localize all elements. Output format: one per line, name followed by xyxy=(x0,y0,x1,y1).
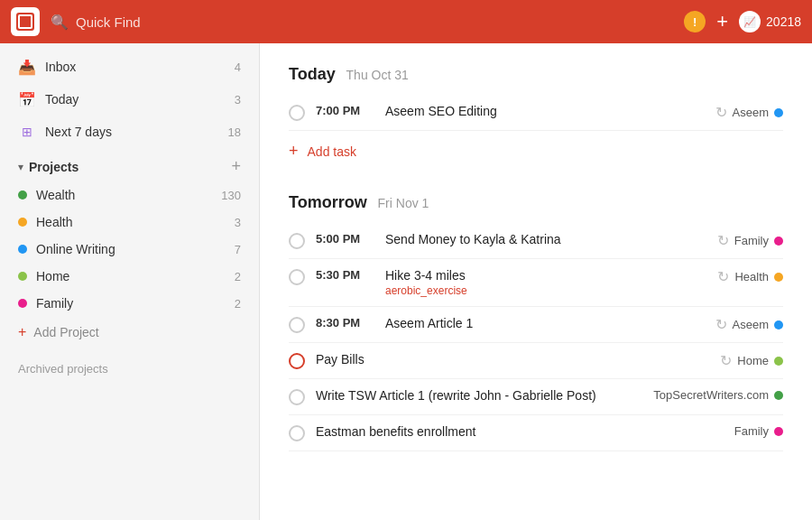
sidebar-project-health[interactable]: Health 3 xyxy=(0,209,259,236)
task-sub: aerobic_exercise xyxy=(385,284,706,297)
task-meta: ↻ Health xyxy=(717,268,783,285)
task-name: Aseem Article 1 xyxy=(385,316,705,330)
sidebar-project-online-writing[interactable]: Online Writing 7 xyxy=(0,236,259,263)
user-info[interactable]: 📈 20218 xyxy=(739,11,801,32)
projects-chevron-icon[interactable]: ▾ xyxy=(18,161,23,173)
project-list: Wealth 130 Health 3 Online Writing 7 Hom… xyxy=(0,181,259,317)
project-dot-wealth xyxy=(18,190,27,200)
sidebar-item-inbox[interactable]: 📥 Inbox 4 xyxy=(0,51,259,83)
task-meta: ↻ Aseem xyxy=(715,104,783,121)
task-meta: ↻ Home xyxy=(720,352,783,369)
project-name-family: Family xyxy=(36,296,226,311)
repeat-icon: ↻ xyxy=(717,268,729,285)
project-name-wealth: Wealth xyxy=(36,188,212,202)
today-count: 3 xyxy=(235,93,241,107)
logo-inner xyxy=(16,13,34,31)
task-checkbox[interactable] xyxy=(289,317,305,333)
task-assignee: TopSecretWriters.com xyxy=(653,388,769,402)
app-header: 🔍 Quick Find ! + 📈 20218 xyxy=(0,0,812,43)
task-meta: Family xyxy=(734,424,783,438)
projects-title: Projects xyxy=(29,160,226,174)
search-placeholder-text: Quick Find xyxy=(76,14,141,30)
task-name: Send Money to Kayla & Katrina xyxy=(385,232,706,246)
project-dot-family xyxy=(18,299,27,308)
project-name-health: Health xyxy=(36,215,226,229)
task-checkbox[interactable] xyxy=(289,233,305,249)
today-task-list: 7:00 PM Aseem SEO Editing ↻ Aseem xyxy=(289,95,783,131)
project-count-health: 3 xyxy=(235,216,241,229)
inbox-count: 4 xyxy=(235,60,241,74)
task-time: 8:30 PM xyxy=(316,316,374,330)
today-icon: 📅 xyxy=(18,90,36,108)
task-dot xyxy=(774,320,783,330)
task-row: Pay Bills ↻ Home xyxy=(289,343,783,379)
task-checkbox[interactable] xyxy=(289,389,305,405)
content-area: Today Thu Oct 31 7:00 PM Aseem SEO Editi… xyxy=(260,43,812,520)
task-checkbox[interactable] xyxy=(289,269,305,285)
task-body: Pay Bills xyxy=(316,352,709,367)
tomorrow-task-list: 5:00 PM Send Money to Kayla & Katrina ↻ … xyxy=(289,223,783,451)
task-checkbox[interactable] xyxy=(289,105,305,121)
task-row: 7:00 PM Aseem SEO Editing ↻ Aseem xyxy=(289,95,783,131)
app-logo xyxy=(11,7,40,36)
inbox-label: Inbox xyxy=(45,60,226,74)
task-body: Aseem Article 1 xyxy=(385,316,705,330)
task-checkbox[interactable] xyxy=(289,353,305,369)
task-body: Send Money to Kayla & Katrina xyxy=(385,232,706,246)
project-name-online-writing: Online Writing xyxy=(36,242,226,256)
task-name: Hike 3-4 miles xyxy=(385,268,706,283)
task-assignee: Aseem xyxy=(733,318,769,331)
inbox-icon: 📥 xyxy=(18,58,36,76)
task-time: 5:30 PM xyxy=(316,268,374,282)
project-name-home: Home xyxy=(36,269,226,283)
project-count-online-writing: 7 xyxy=(235,243,241,256)
task-body: Hike 3-4 miles aerobic_exercise xyxy=(385,268,706,297)
task-assignee: Health xyxy=(734,270,769,283)
sidebar: 📥 Inbox 4 📅 Today 3 ⊞ Next 7 days 18 ▾ P… xyxy=(0,43,260,520)
projects-section-header: ▾ Projects + xyxy=(0,148,259,181)
next7-label: Next 7 days xyxy=(45,125,219,139)
task-body: Aseem SEO Editing xyxy=(385,104,705,118)
task-time: 5:00 PM xyxy=(316,232,374,246)
task-row: 8:30 PM Aseem Article 1 ↻ Aseem xyxy=(289,307,783,343)
sidebar-project-home[interactable]: Home 2 xyxy=(0,263,259,290)
sidebar-project-wealth[interactable]: Wealth 130 xyxy=(0,181,259,209)
repeat-icon: ↻ xyxy=(715,316,727,333)
next7-count: 18 xyxy=(228,125,241,139)
project-count-wealth: 130 xyxy=(221,189,241,202)
task-body: Eastman benefits enrollment xyxy=(316,424,724,439)
task-name: Pay Bills xyxy=(316,352,709,367)
archived-projects[interactable]: Archived projects xyxy=(0,348,259,383)
task-dot xyxy=(774,357,783,366)
task-assignee: Aseem xyxy=(733,106,769,119)
add-task-today[interactable]: + Add task xyxy=(289,131,783,172)
task-dot xyxy=(774,237,783,246)
task-row: 5:30 PM Hike 3-4 miles aerobic_exercise … xyxy=(289,259,783,307)
sidebar-project-family[interactable]: Family 2 xyxy=(0,290,259,317)
task-assignee: Home xyxy=(737,354,769,367)
task-checkbox[interactable] xyxy=(289,425,305,441)
quick-find-area[interactable]: 🔍 Quick Find xyxy=(51,14,673,31)
tomorrow-section-header: Tomorrow Fri Nov 1 xyxy=(289,193,783,212)
task-name: Aseem SEO Editing xyxy=(385,104,705,118)
task-name: Write TSW Article 1 (rewrite John - Gabr… xyxy=(316,388,642,403)
header-right: ! + 📈 20218 xyxy=(684,10,801,33)
today-section-title: Today xyxy=(289,65,336,83)
warning-icon[interactable]: ! xyxy=(684,11,706,32)
project-count-family: 2 xyxy=(235,297,241,311)
sidebar-item-next7[interactable]: ⊞ Next 7 days 18 xyxy=(0,116,259,148)
task-meta: ↻ Family xyxy=(717,232,783,249)
task-body: Write TSW Article 1 (rewrite John - Gabr… xyxy=(316,388,642,403)
next7-icon: ⊞ xyxy=(18,123,36,141)
user-count: 20218 xyxy=(766,14,801,29)
add-button[interactable]: + xyxy=(716,10,728,33)
project-dot-health xyxy=(18,218,27,227)
task-dot xyxy=(774,427,783,436)
today-section-header: Today Thu Oct 31 xyxy=(289,65,783,84)
sidebar-item-today[interactable]: 📅 Today 3 xyxy=(0,83,259,116)
task-row: Write TSW Article 1 (rewrite John - Gabr… xyxy=(289,379,783,415)
task-row: 5:00 PM Send Money to Kayla & Katrina ↻ … xyxy=(289,223,783,259)
add-project-button[interactable]: + Add Project xyxy=(0,317,259,348)
add-project-icon[interactable]: + xyxy=(231,157,241,176)
add-task-label: Add task xyxy=(308,144,356,159)
